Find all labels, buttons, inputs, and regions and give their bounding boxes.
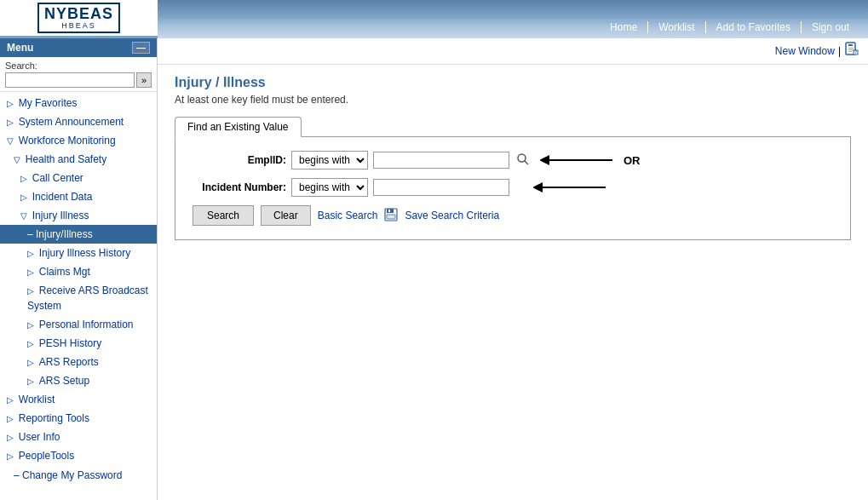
chevron-right-icon: ▷ [7, 118, 16, 127]
svg-point-7 [518, 154, 526, 162]
separator: | [838, 45, 841, 57]
new-window-link[interactable]: New Window [775, 45, 835, 57]
sidebar-item-label: Claims Mgt [39, 266, 90, 278]
chevron-right-icon: ▷ [7, 395, 16, 405]
sidebar-item-claims-mgt[interactable]: ▷ Claims Mgt [0, 262, 157, 281]
emplid-input[interactable] [373, 152, 509, 169]
svg-rect-2 [848, 48, 854, 49]
incident-input[interactable] [373, 179, 509, 196]
sidebar-item-label: PeopleTools [19, 450, 74, 462]
incident-label: Incident Number: [193, 181, 286, 193]
sidebar-item-label: Incident Data [32, 191, 93, 203]
sidebar-item-ars-setup[interactable]: ▷ ARS Setup [0, 371, 157, 390]
chevron-right-icon: ▷ [7, 414, 16, 423]
sidebar-item-label: ARS Setup [39, 375, 89, 387]
emplid-row: EmplID: begins with contains = not = end… [193, 151, 833, 170]
sidebar-item-injury-illness-history[interactable]: ▷ Injury Illness History [0, 244, 157, 262]
chevron-right-icon: ▷ [27, 376, 37, 386]
sidebar-item-system-announcement[interactable]: ▷ System Announcement [0, 112, 157, 131]
chevron-right-icon: ▷ [20, 193, 30, 202]
chevron-right-icon: ▷ [27, 320, 37, 330]
nav-sign-out[interactable]: Sign out [802, 21, 859, 33]
content-body: Injury / Illness At least one key field … [158, 65, 868, 250]
floppy-icon [384, 208, 398, 221]
sidebar-item-ars-reports[interactable]: ▷ ARS Reports [0, 353, 157, 371]
sidebar-item-pesh-history[interactable]: ▷ PESH History [0, 334, 157, 353]
sidebar-item-worklist[interactable]: ▷ Worklist [0, 390, 157, 409]
tab-find-existing-value[interactable]: Find an Existing Value [175, 117, 302, 137]
svg-rect-1 [848, 44, 853, 46]
new-window-icon[interactable]: ? [844, 42, 859, 60]
nav-add-favorites[interactable]: Add to Favorites [706, 21, 802, 33]
emplid-search-icon-button[interactable] [514, 152, 532, 169]
incident-row: Incident Number: begins with contains = … [193, 178, 833, 197]
top-nav: Home Worklist Add to Favorites Sign out [600, 21, 859, 33]
sidebar-item-reporting-tools[interactable]: ▷ Reporting Tools [0, 409, 157, 428]
chevron-right-icon: ▷ [27, 286, 37, 296]
change-password-link[interactable]: – Change My Password [0, 467, 157, 484]
emplid-arrow-annotation: OR [540, 152, 641, 168]
tab-container: Find an Existing Value EmplID: begins wi… [175, 116, 851, 240]
or-label: OR [624, 154, 641, 167]
basic-search-link[interactable]: Basic Search [318, 210, 378, 221]
search-button[interactable]: Search [193, 205, 254, 226]
chevron-down-icon: ▽ [14, 155, 23, 164]
sidebar-item-label: ARS Reports [39, 356, 99, 368]
sidebar-item-personal-information[interactable]: ▷ Personal Information [0, 315, 157, 334]
buttons-row: Search Clear Basic Search Save Search Cr [193, 205, 833, 226]
chevron-down-icon: ▽ [7, 136, 16, 146]
sidebar-item-label: User Info [19, 431, 60, 443]
sidebar-item-user-info[interactable]: ▷ User Info [0, 428, 157, 446]
svg-rect-4 [848, 51, 852, 52]
incident-operator-select[interactable]: begins with contains = not = ends with [291, 178, 368, 197]
sidebar-search-area: Search: » [0, 57, 157, 92]
sidebar-item-workforce-monitoring[interactable]: ▽ Workforce Monitoring [0, 131, 157, 150]
sidebar-item-receive-ars[interactable]: ▷ Receive ARS Broadcast System [0, 281, 157, 315]
sidebar-nav: ▷ My Favorites ▷ System Announcement ▽ W… [0, 92, 157, 467]
sidebar-item-label: Reporting Tools [19, 412, 89, 424]
sidebar-search-row: » [5, 72, 152, 88]
menu-label: Menu [7, 42, 33, 54]
emplid-label: EmplID: [193, 154, 286, 166]
save-search-icon [384, 208, 398, 224]
chevron-right-icon: ▷ [20, 174, 30, 183]
svg-text:?: ? [854, 49, 857, 55]
sidebar-item-incident-data[interactable]: ▷ Incident Data [0, 187, 157, 206]
svg-rect-15 [387, 215, 395, 219]
arrow-right-svg2 [533, 180, 610, 195]
sidebar-item-label: Worklist [19, 394, 55, 405]
sidebar-item-health-safety[interactable]: ▽ Health and Safety [0, 150, 157, 169]
chevron-right-icon: ▷ [7, 99, 16, 108]
emplid-operator-select[interactable]: begins with contains = not = ends with [291, 151, 368, 170]
sidebar: Menu — Search: » ▷ My Favorites ▷ System… [0, 38, 158, 500]
page-icon-svg: ? [844, 42, 859, 57]
magnifier-icon [516, 152, 530, 166]
sidebar-minimize-button[interactable]: — [132, 42, 150, 54]
sidebar-search-label: Search: [5, 60, 152, 71]
nav-home[interactable]: Home [600, 21, 648, 33]
logo-inner: NYBEAS HBEAS [37, 3, 120, 33]
logo-area: NYBEAS HBEAS [0, 0, 158, 38]
sidebar-item-injury-illness[interactable]: ▽ Injury Illness [0, 206, 157, 225]
nav-worklist[interactable]: Worklist [648, 21, 705, 33]
chevron-right-icon: ▷ [27, 339, 37, 348]
logo-line1: NYBEAS [44, 6, 113, 21]
content-area: New Window | ? Injury / Illness At least… [158, 38, 868, 500]
sidebar-search-button[interactable]: » [136, 72, 152, 88]
chevron-right-icon: ▷ [27, 267, 37, 277]
sidebar-item-label: Injury Illness [32, 210, 89, 221]
sidebar-item-label: PESH History [39, 337, 101, 349]
sidebar-item-injury-illness-active[interactable]: – Injury/Illness [0, 225, 157, 244]
sidebar-item-label: Personal Information [39, 319, 134, 330]
tab-bar: Find an Existing Value [175, 116, 851, 137]
sidebar-item-my-favorites[interactable]: ▷ My Favorites [0, 94, 157, 112]
save-search-criteria-link[interactable]: Save Search Criteria [405, 210, 499, 221]
clear-button[interactable]: Clear [261, 205, 311, 226]
main-layout: Menu — Search: » ▷ My Favorites ▷ System… [0, 38, 868, 500]
sidebar-item-people-tools[interactable]: ▷ PeopleTools [0, 446, 157, 465]
logo-line2: HBEAS [44, 21, 113, 30]
top-header: NYBEAS HBEAS Home Worklist Add to Favori… [0, 0, 868, 38]
chevron-right-icon: ▷ [7, 451, 16, 461]
sidebar-search-input[interactable] [5, 72, 135, 88]
sidebar-item-call-center[interactable]: ▷ Call Center [0, 169, 157, 187]
